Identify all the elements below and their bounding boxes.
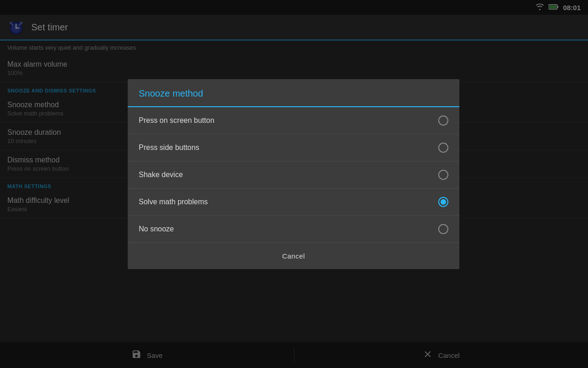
radio-btn-2[interactable]: [438, 170, 448, 180]
dialog-option-1[interactable]: Press side buttons: [128, 134, 459, 161]
dialog-option-0[interactable]: Press on screen button: [128, 107, 459, 134]
cancel-dialog-button[interactable]: Cancel: [245, 246, 342, 266]
radio-btn-1[interactable]: [438, 143, 448, 153]
dialog-option-4[interactable]: No snooze: [128, 216, 459, 243]
radio-btn-4[interactable]: [438, 224, 448, 234]
radio-btn-0[interactable]: [438, 115, 448, 126]
option-label-0: Press on screen button: [139, 116, 215, 125]
dialog-header: Snooze method: [128, 79, 459, 107]
dialog-option-3[interactable]: Solve math problems: [128, 189, 459, 216]
option-label-3: Solve math problems: [139, 198, 208, 206]
snooze-method-dialog: Snooze method Press on screen buttonPres…: [128, 79, 459, 269]
dialog-options-list: Press on screen buttonPress side buttons…: [128, 107, 459, 243]
radio-btn-3[interactable]: [438, 197, 448, 207]
radio-inner-3: [441, 199, 446, 205]
dialog-title: Snooze method: [139, 88, 203, 98]
dialog-option-2[interactable]: Shake device: [128, 161, 459, 189]
option-label-2: Shake device: [139, 171, 183, 179]
dialog-footer: Cancel: [128, 243, 459, 269]
option-label-4: No snooze: [139, 225, 174, 233]
option-label-1: Press side buttons: [139, 144, 199, 152]
